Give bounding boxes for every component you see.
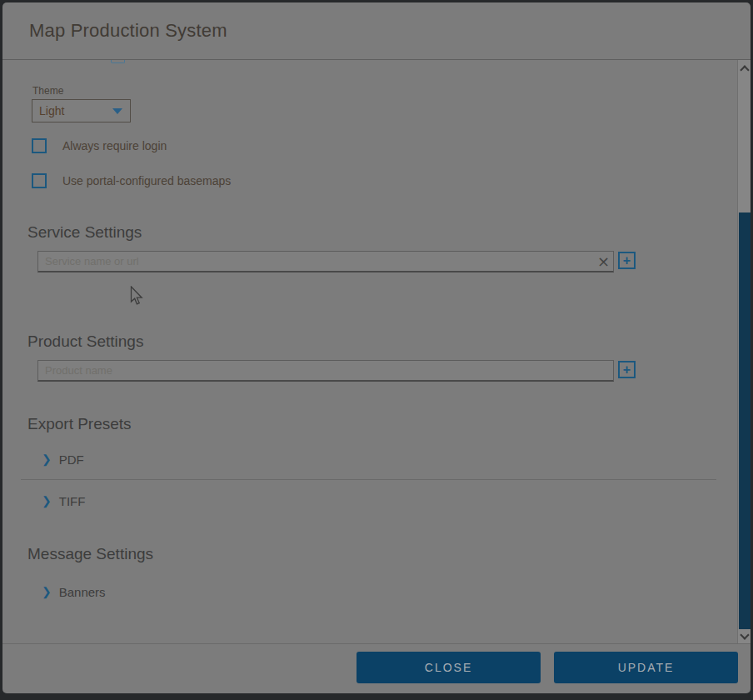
clear-icon[interactable]: × (597, 254, 610, 269)
dialog-footer: CLOSE UPDATE (2, 643, 751, 693)
message-settings-heading: Message Settings (27, 545, 153, 563)
product-input-wrap (37, 360, 614, 382)
update-button[interactable]: UPDATE (554, 652, 738, 683)
scrollbar-thumb[interactable] (739, 212, 751, 629)
expander-tiff-label: TIFF (59, 494, 86, 508)
dialog-title: Map Production System (29, 20, 227, 42)
mouse-cursor (130, 286, 143, 306)
service-input-wrap: × (37, 251, 614, 272)
chevron-right-icon: ❯ (42, 495, 52, 507)
service-settings-heading: Service Settings (27, 223, 142, 242)
expander-tiff[interactable]: ❯ TIFF (42, 491, 85, 511)
chevron-right-icon: ❯ (42, 453, 52, 465)
portal-basemaps-checkbox[interactable] (32, 173, 47, 188)
always-require-login-label: Always require login (62, 139, 167, 152)
map-production-system-dialog: Map Production System Theme Light Always… (2, 2, 751, 693)
expander-banners[interactable]: ❯ Banners (42, 582, 106, 602)
expander-pdf-label: PDF (59, 452, 84, 467)
vertical-scrollbar[interactable] (737, 60, 751, 644)
close-button[interactable]: CLOSE (357, 652, 541, 683)
theme-select[interactable]: Light (32, 99, 131, 122)
product-name-input[interactable] (37, 360, 614, 382)
export-presets-heading: Export Presets (27, 415, 132, 433)
scroll-down-icon[interactable] (738, 629, 751, 642)
expander-pdf[interactable]: ❯ PDF (42, 449, 84, 469)
portal-basemaps-label: Use portal-configured basemaps (62, 174, 231, 188)
expander-banners-label: Banners (59, 585, 106, 599)
product-settings-heading: Product Settings (27, 332, 143, 351)
theme-label: Theme (32, 85, 63, 97)
add-service-button[interactable]: + (618, 252, 636, 269)
chevron-down-icon (112, 108, 122, 114)
service-name-input[interactable] (37, 251, 614, 272)
scroll-up-icon[interactable] (738, 62, 751, 75)
divider (21, 479, 716, 480)
settings-scroll-content: Theme Light Always require login Use por… (2, 60, 737, 644)
chevron-right-icon: ❯ (42, 586, 52, 598)
add-product-button[interactable]: + (618, 361, 636, 378)
theme-select-value: Light (39, 100, 64, 122)
always-require-login-checkbox[interactable] (32, 138, 47, 153)
dialog-header: Map Production System (2, 2, 751, 60)
